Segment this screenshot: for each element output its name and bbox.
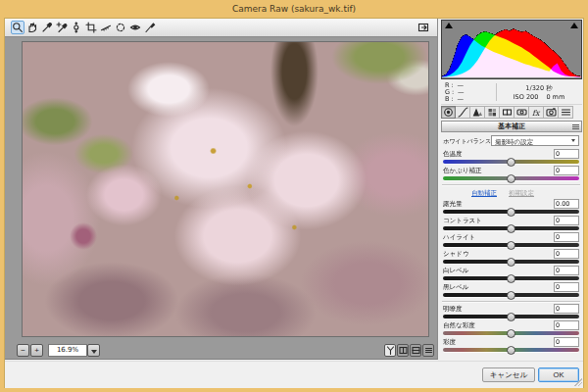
panel-tabs: fx <box>441 106 582 120</box>
tint-value-input[interactable] <box>554 166 579 175</box>
slider-label: 露光量 <box>443 200 463 209</box>
iso-value: ISO 200 <box>514 93 539 101</box>
white-balance-tool-button[interactable] <box>40 21 54 34</box>
zoom-out-button[interactable]: − <box>17 344 29 357</box>
saturation-thumb[interactable] <box>507 346 515 355</box>
tab-hsl-grayscale[interactable] <box>485 106 500 119</box>
ok-button[interactable]: OK <box>538 368 579 382</box>
slider-temperature: 色温度 <box>442 149 580 166</box>
white-balance-select[interactable]: 撮影時の設定 <box>491 135 579 146</box>
footer-bar: キャンセル OK <box>5 361 583 388</box>
detail-icon <box>472 107 483 118</box>
rgb-readout: R :— G :— B :— <box>445 82 467 103</box>
tab-tone-curve[interactable] <box>456 106 470 119</box>
slider-label: 白レベル <box>443 267 468 275</box>
tab-effects[interactable]: fx <box>529 106 544 119</box>
slider-label: コントラスト <box>443 217 482 225</box>
shadow-clipping-indicator[interactable] <box>445 23 453 28</box>
tab-split-toning[interactable] <box>500 106 514 119</box>
split-vertical-view-button[interactable] <box>397 344 409 357</box>
panel-menu-icon[interactable] <box>572 124 579 129</box>
shadows-track[interactable] <box>443 260 579 264</box>
clarity-track[interactable] <box>443 315 579 318</box>
adjustment-brush-tool-button[interactable] <box>143 21 157 34</box>
color-sampler-icon <box>56 22 68 33</box>
slider-clarity: 明瞭度 <box>442 304 580 320</box>
slider-saturation: 彩度 <box>442 337 580 354</box>
targeted-adjustment-tool-button[interactable] <box>70 21 83 34</box>
blacks-value-input[interactable] <box>554 282 579 292</box>
tab-presets[interactable] <box>559 106 573 119</box>
tab-detail[interactable] <box>470 106 485 119</box>
tab-camera-calibration[interactable] <box>544 106 559 119</box>
highlights-track[interactable] <box>443 243 579 247</box>
slider-label: 色温度 <box>443 150 463 159</box>
exposure-value-input[interactable] <box>554 199 579 209</box>
straighten-tool-button[interactable] <box>99 21 113 34</box>
red-eye-icon <box>129 22 141 33</box>
before-after-toggle-button[interactable] <box>384 344 396 357</box>
eyedropper-icon <box>41 22 53 33</box>
temperature-track[interactable] <box>443 160 579 164</box>
tab-basic[interactable] <box>441 106 456 119</box>
default-settings-link[interactable]: 初期設定 <box>509 189 534 198</box>
photo-preview[interactable] <box>22 41 429 337</box>
shadows-value-input[interactable] <box>554 249 579 259</box>
zoom-tool-button[interactable] <box>11 21 24 34</box>
hand-tool-button[interactable] <box>25 21 39 34</box>
blacks-track[interactable] <box>443 293 579 297</box>
spot-removal-icon <box>115 22 126 33</box>
contrast-track[interactable] <box>443 226 579 230</box>
preview-settings-button[interactable] <box>422 344 434 357</box>
saturation-track[interactable] <box>443 348 579 352</box>
slider-label: ハイライト <box>443 233 475 242</box>
svg-text:fx: fx <box>532 109 541 118</box>
slider-label: 明瞭度 <box>443 305 463 314</box>
exposure-track[interactable] <box>443 210 579 214</box>
tone-curve-icon <box>458 107 468 118</box>
whites-track[interactable] <box>443 276 579 280</box>
tint-track[interactable] <box>443 176 579 180</box>
whites-value-input[interactable] <box>554 266 579 275</box>
color-sampler-tool-button[interactable] <box>55 21 69 34</box>
spot-removal-tool-button[interactable] <box>114 21 127 34</box>
resize-grip[interactable] <box>574 378 582 386</box>
shutter-speed: 1/320 秒 <box>500 84 578 93</box>
zoom-level-display[interactable]: 16.9% <box>48 344 87 357</box>
menu-lines-icon <box>424 346 433 355</box>
auto-default-row: 自動補正 初期設定 <box>442 187 580 199</box>
zoom-in-button[interactable]: + <box>30 344 43 357</box>
temperature-value-input[interactable] <box>554 149 579 159</box>
vibrance-value-input[interactable] <box>554 320 579 330</box>
lens-icon <box>516 107 527 118</box>
highlight-clipping-indicator[interactable] <box>570 23 578 28</box>
contrast-value-input[interactable] <box>554 216 579 225</box>
image-info-panel: R :— G :— B :— 1/320 秒 ISO 200 0 mm <box>441 81 582 105</box>
auto-adjust-link[interactable]: 自動補正 <box>471 189 497 198</box>
fullscreen-toggle-button[interactable] <box>416 21 430 34</box>
split-toning-icon <box>502 107 513 118</box>
slider-highlights: ハイライト <box>442 232 580 249</box>
saturation-value-input[interactable] <box>554 337 579 347</box>
basic-aperture-icon <box>443 107 454 118</box>
minus-icon: − <box>21 346 25 355</box>
slider-shadows: シャドウ <box>442 249 580 266</box>
panel-title: 基本補正 <box>498 122 525 130</box>
zoom-level-dropdown-button[interactable] <box>87 344 100 357</box>
red-eye-tool-button[interactable] <box>128 21 142 34</box>
clarity-value-input[interactable] <box>554 304 579 314</box>
straighten-icon <box>100 22 112 33</box>
cancel-button[interactable]: キャンセル <box>482 368 535 382</box>
highlights-value-input[interactable] <box>554 232 579 242</box>
preview-area <box>5 37 438 341</box>
toolbar <box>5 19 438 37</box>
vibrance-track[interactable] <box>443 331 579 335</box>
crop-icon <box>85 22 97 33</box>
crop-tool-button[interactable] <box>84 21 98 34</box>
split-horizontal-view-button[interactable] <box>410 344 421 357</box>
tab-lens-corrections[interactable] <box>514 106 529 119</box>
white-balance-row: ホワイトバランス : 撮影時の設定 <box>442 134 580 149</box>
histogram-panel <box>441 20 582 79</box>
slider-whites: 白レベル <box>442 266 580 282</box>
slider-label: 自然な彩度 <box>443 321 475 330</box>
